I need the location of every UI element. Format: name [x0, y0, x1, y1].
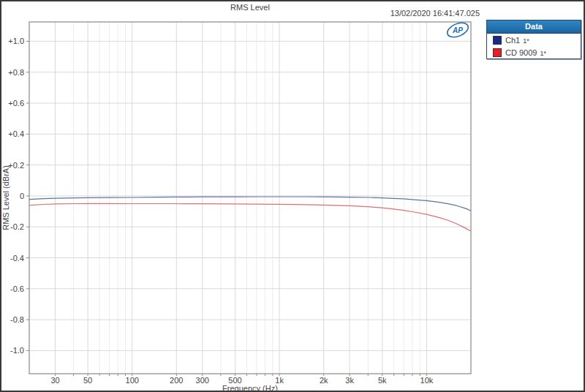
legend-item-label: CD 9009 — [505, 48, 537, 57]
trace-swatch-cd9009 — [493, 48, 502, 57]
y-tick-label: +0.8 — [8, 68, 24, 77]
x-tick-label: 2k — [320, 376, 328, 385]
y-tick-label: -0.6 — [10, 284, 24, 293]
x-tick-label: 50 — [83, 376, 92, 385]
y-tick-label: -1.0 — [10, 346, 24, 355]
audio-precision-logo: AP — [445, 20, 470, 39]
legend-item-label: Ch1 — [505, 36, 520, 45]
plot-area[interactable]: 30501002003005001k2k3k5k10k+1.0+0.8+0.6+… — [1, 1, 585, 392]
x-tick-label: 3k — [345, 376, 354, 385]
measurement-window: RMS Level 13/02/2020 16:41:47.025 305010… — [0, 0, 585, 392]
legend-item-ch1[interactable]: Ch1 1* — [487, 34, 581, 46]
legend-panel: Data Ch1 1* CD 9009 1* — [486, 20, 581, 59]
svg-text:AP: AP — [452, 26, 463, 34]
y-axis-title: RMS Level (dBrA) — [1, 165, 10, 230]
x-axis-title: Frequency (Hz) — [222, 384, 278, 392]
x-tick-label: 100 — [126, 376, 139, 385]
legend-trace-number: 1* — [523, 37, 529, 45]
y-tick-label: 0 — [20, 192, 24, 200]
y-tick-label: -0.8 — [10, 315, 24, 324]
legend-trace-number: 1* — [540, 50, 546, 57]
x-tick-label: 10k — [420, 376, 434, 385]
y-tick-label: +0.2 — [8, 161, 24, 170]
y-tick-label: -0.2 — [10, 222, 24, 231]
y-tick-label: +1.0 — [8, 37, 24, 45]
y-tick-label: -0.4 — [10, 254, 24, 263]
x-tick-label: 5k — [378, 376, 387, 385]
x-tick-label: 200 — [170, 376, 183, 385]
x-tick-label: 30 — [50, 376, 59, 385]
legend-item-cd9009[interactable]: CD 9009 1* — [487, 46, 581, 59]
x-tick-label: 300 — [196, 376, 209, 385]
trace-swatch-ch1 — [493, 36, 502, 45]
y-tick-label: +0.4 — [8, 129, 24, 138]
y-tick-label: +0.6 — [8, 99, 24, 108]
legend-header: Data — [487, 20, 581, 34]
